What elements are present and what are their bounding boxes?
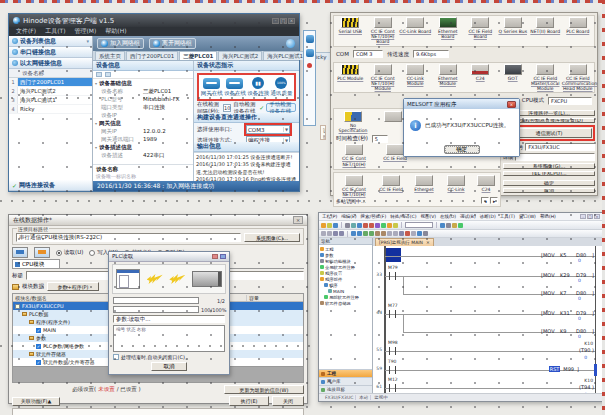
tab-haixing1[interactable]: 海兴PLC测试1 xyxy=(263,51,307,60)
prop-group[interactable]: ▾网关信息 xyxy=(93,119,193,127)
output-log[interactable]: 2016/11/30 17:01:25 设备连接通道断开! 2016/11/30… xyxy=(194,152,299,181)
contact[interactable] xyxy=(389,310,396,318)
read-result-list[interactable]: 编号 状态 名称 xyxy=(113,325,225,352)
if-cciefield-head[interactable]: CC IE Field Communication Head Module xyxy=(562,64,595,92)
prop-row[interactable]: 设备IP xyxy=(93,111,193,119)
timer-coil[interactable]: (T94 ) xyxy=(579,384,594,390)
close-icon[interactable]: × xyxy=(594,214,600,219)
if-serial-usb[interactable]: Serial USB xyxy=(334,17,367,34)
rst-instruction[interactable]: RSTM99] xyxy=(549,366,579,372)
contact[interactable] xyxy=(389,366,396,374)
radio-read[interactable]: 读取(U) xyxy=(56,249,83,256)
menu-file[interactable]: 文件(F) xyxy=(16,27,36,36)
if-c24[interactable]: C24 xyxy=(464,64,497,81)
cancel-button[interactable]: 取消 xyxy=(503,188,595,194)
multi-cclink[interactable]: CC-Link xyxy=(442,175,470,197)
ladder-canvas[interactable]: [MOVK5 D800] 33 M79 [MOVK29 D790] xyxy=(373,246,603,393)
contact[interactable] xyxy=(389,272,396,280)
if-got[interactable]: GOT xyxy=(497,64,530,81)
tab-cpu-module[interactable]: CPU模块 xyxy=(12,259,60,268)
refresh-info-button[interactable]: 更新为最新的信息(W) xyxy=(224,385,304,394)
if-cclink-board[interactable]: CC-Link Board xyxy=(399,17,432,34)
if-net2-board[interactable]: NET(II) Board xyxy=(529,17,562,34)
menu-help[interactable]: 帮助(H) xyxy=(105,27,126,36)
multi-ethernet[interactable]: Ethernet xyxy=(410,175,438,197)
ladder-instruction[interactable]: [MOVK7 D800] xyxy=(541,290,594,296)
maximize-icon[interactable]: □ xyxy=(280,18,287,24)
menu-compile[interactable]: 转换/编译(C) xyxy=(390,214,416,219)
sidebar-section-ethernet[interactable]: 以太网链接信息 xyxy=(9,58,92,69)
auto-detect-check-icon[interactable]: ✓ xyxy=(259,104,264,111)
hinode-titlebar[interactable]: Hinode设备管理客户端 v1.5 – □ × xyxy=(9,14,299,27)
close-icon[interactable]: × xyxy=(288,18,295,24)
menu-manage[interactable]: 管理(M) xyxy=(75,27,97,36)
menu-online[interactable]: 在线(O) xyxy=(440,214,456,219)
menu-find[interactable]: 搜索/替换(F) xyxy=(361,214,387,219)
checkbox-checked-icon[interactable]: ✓ xyxy=(36,344,41,349)
menu-edit[interactable]: 编辑(E) xyxy=(341,214,356,219)
checkbox-checked-icon[interactable]: ✓ xyxy=(36,360,41,365)
if-plc-module[interactable]: PLC Module xyxy=(334,64,367,81)
nav-tab-project[interactable]: 工程 xyxy=(319,369,372,377)
minimize-icon[interactable] xyxy=(212,254,218,259)
ladder-instruction[interactable]: [MOVK9 D800] xyxy=(541,328,594,334)
if-ethernet-module[interactable]: Ethernet Module xyxy=(432,64,465,86)
if-ethernet-board[interactable]: Ethernet Board xyxy=(432,17,465,39)
contact[interactable] xyxy=(389,347,396,355)
menu-help[interactable]: 帮助(H) xyxy=(540,214,556,219)
menu-window[interactable]: 窗口(W) xyxy=(519,214,536,219)
prop-row[interactable]: 设备描述422串口 xyxy=(93,151,193,159)
system-image-button[interactable]: 系统图像(G)... xyxy=(503,163,595,169)
system-image-button[interactable]: 系统图像(C)... xyxy=(244,233,300,242)
multi-c24[interactable]: C24 xyxy=(474,175,498,197)
if-ccie-module[interactable]: CC IE Cont NET/10(H) Module xyxy=(367,64,400,92)
if-qbus[interactable]: Q Series Bus xyxy=(497,17,530,34)
execute-button[interactable]: 执行(E) xyxy=(229,396,269,406)
multi-ccie-cont[interactable]: CC IE Cont NET/10(H) xyxy=(336,175,372,197)
checkbox-checked-icon[interactable]: ✓ xyxy=(36,328,41,333)
sidebar-section-device-list[interactable]: 设备列表信息 ▾ xyxy=(9,36,92,47)
menu-tool[interactable]: 工具(T) xyxy=(500,214,515,219)
close-button[interactable]: 关闭 xyxy=(272,396,304,406)
device-row[interactable]: 3 海兴PLC测试1 xyxy=(9,96,92,105)
close-icon[interactable]: × xyxy=(293,216,303,224)
related-functions-button[interactable]: 关联功能(F)▲ xyxy=(12,397,60,406)
prop-row[interactable]: 端口类型串口连接 xyxy=(93,103,193,111)
com-port-select[interactable]: COM3▼ xyxy=(246,125,290,134)
menu-debug[interactable]: 调试(B) xyxy=(460,214,476,219)
ladder-instruction[interactable]: [MOVK29 D790] xyxy=(541,272,594,278)
nav-tab-connection[interactable]: 连接目标 xyxy=(319,385,372,393)
multi-ccie-field[interactable]: CC IE Field xyxy=(376,175,406,197)
net-ccie-cont[interactable]: CC IE Cont NET/10(H) xyxy=(336,144,372,166)
online-op-titlebar[interactable]: 在线数据操作* × xyxy=(9,215,307,226)
category-icon[interactable] xyxy=(105,72,111,77)
contact[interactable] xyxy=(389,384,396,392)
tel-button[interactable]: TEL (FXCPU)... xyxy=(503,171,595,177)
device-row[interactable]: 4 Ricky xyxy=(9,105,92,114)
device-row[interactable]: 1 西门子200PLC01 xyxy=(9,78,92,87)
prop-row[interactable]: PLC型号Mitsubishi-FX xyxy=(93,95,193,103)
selected-cell[interactable] xyxy=(386,248,401,262)
toolbar-combo[interactable] xyxy=(405,222,433,228)
ok-button[interactable]: 确定 xyxy=(503,180,595,186)
auto-close-checkbox[interactable] xyxy=(113,354,119,360)
menu-tools[interactable]: 工具(T) xyxy=(45,27,65,36)
minimize-icon[interactable]: – xyxy=(580,214,586,219)
prop-row[interactable]: 设备名称三菱PLC01 xyxy=(93,87,193,95)
tab-siemens[interactable]: 西门子200PLC01 xyxy=(126,51,178,60)
interval-input[interactable]: 10 xyxy=(223,104,231,112)
sort-icon[interactable] xyxy=(96,72,102,77)
menu-view[interactable]: 视图(V) xyxy=(420,214,436,219)
maximize-icon[interactable]: □ xyxy=(587,214,593,219)
tree-item-device-memory[interactable]: 软元件存储器 xyxy=(320,300,372,306)
ladder-instruction[interactable]: [MOVK5 D800] xyxy=(541,252,594,258)
prop-row[interactable]: 网关IP12.0.0.2 xyxy=(93,127,193,135)
com-port-field[interactable]: COM 3 xyxy=(353,50,383,58)
join-network-button[interactable]: 加入网络组 xyxy=(97,38,144,49)
sidebar-section-serial[interactable]: 串口链接信息 xyxy=(9,47,92,58)
ok-button[interactable]: 确定 xyxy=(444,145,480,154)
close-icon[interactable]: × xyxy=(507,101,516,108)
melsoft-titlebar[interactable]: MELSOFT 应用程序 × xyxy=(404,99,519,109)
if-plc-board[interactable]: PLC Board xyxy=(562,17,595,34)
param-program-button[interactable]: 参数+程序(P) xyxy=(47,282,99,291)
